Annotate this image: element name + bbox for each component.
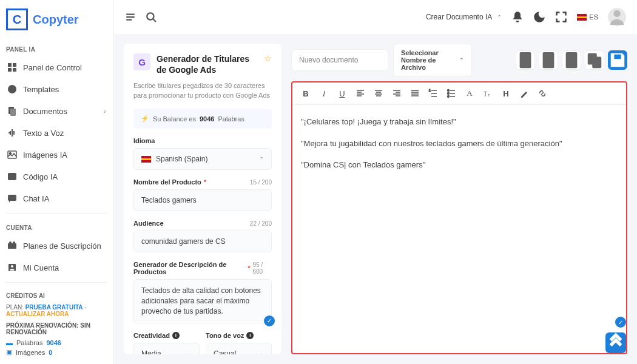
italic-button[interactable]: I [319,89,329,98]
plan-upgrade-link[interactable]: ACTUALIZAR AHORA [6,311,69,317]
svg-point-15 [11,265,13,268]
editor-body[interactable]: "¡Celulares top! ¡Juega y trabaja sin lí… [292,105,626,353]
align-center-button[interactable] [374,89,383,98]
language-selector[interactable]: ES [577,13,598,21]
export-txt-button[interactable] [539,50,558,70]
align-justify-button[interactable] [410,89,420,98]
svg-point-4 [8,85,16,93]
favorite-star-icon[interactable]: ☆ [264,53,272,63]
ordered-list-button[interactable]: 1 [428,89,438,98]
logo-text: Copyter [33,13,79,27]
svg-rect-18 [520,52,531,68]
bolt-icon: ⚡ [141,115,149,123]
sidebar-item-texto-voz[interactable]: Texto a Voz [0,122,113,144]
sidebar-item-label: Código IA [23,172,58,181]
output-line: "¡Celulares top! ¡Juega y trabaja sin lí… [301,116,618,128]
svg-text:1: 1 [429,89,431,92]
svg-rect-11 [8,243,16,249]
plan-line: PLAN: PRUEBA GRATUITA - ACTUALIZAR AHORA [6,304,107,317]
audience-input[interactable]: comunidad gamers de CS [133,231,272,252]
sidebar-item-label: Templates [23,85,59,94]
heading-button[interactable]: H [501,89,511,98]
font-size-button[interactable]: TT [483,89,493,98]
sidebar-item-imagenes[interactable]: Imágenes IA [0,144,113,166]
dark-mode-icon[interactable] [533,11,545,23]
link-button[interactable] [538,89,547,98]
tone-select[interactable]: Casual ⌄ [206,343,272,354]
chevron-down-icon: ⌄ [187,350,192,354]
svg-rect-6 [10,109,16,116]
create-doc-dropdown[interactable]: Crear Documento IA ⌃ [426,13,502,21]
char-count: 22 / 200 [250,220,272,227]
output-line: "Mejora tu jugabilidad con nuestros tecl… [301,138,618,150]
chevron-up-icon: ⌃ [459,57,464,63]
info-icon[interactable]: i [172,332,180,339]
flag-es-icon [141,156,151,163]
save-button[interactable] [608,50,627,70]
sidebar-item-codigo[interactable]: Código IA [0,166,113,187]
logo[interactable]: C Copyter [0,0,113,39]
svg-rect-20 [566,52,578,68]
credits-title: CRÉDITOS AI [6,292,107,299]
avatar[interactable] [608,8,626,26]
generator-panel: G Generador de Titulares de Google Ads ☆… [124,44,281,354]
svg-rect-1 [13,63,16,67]
font-family-button[interactable]: A [465,89,474,98]
product-label: Nombre del Producto* 15 / 200 [133,178,272,186]
descgen-textarea[interactable]: Teclados de alta calidad con botones adi… [133,279,272,323]
underline-button[interactable]: U [337,89,347,98]
chat-icon [7,194,17,203]
doc-name-input[interactable]: Nuevo documento [291,49,388,71]
char-count: 15 / 200 [250,179,272,186]
google-icon: G [133,53,150,70]
svg-point-12 [9,241,12,244]
editor-panel: Nuevo documento Seleecionar Nombre de Ar… [291,44,627,354]
sidebar-item-documentos[interactable]: Documentos › [0,100,113,122]
svg-text:T: T [488,93,490,97]
editor-highlight: B I U 1 A TT H [291,81,627,354]
sidebar-item-label: Panel de Control [23,63,82,72]
credits-block: CRÉDITOS AI PLAN: PRUEBA GRATUITA - ACTU… [0,286,113,358]
renew-line: PRÓXIMA RENOVACIÓN: SIN RENOVACIÓN [6,322,107,335]
output-line: "Domina CS| con Teclados gamers" [301,159,618,171]
check-badge-icon: ✓ [264,315,275,326]
search-button[interactable] [146,12,157,22]
align-left-button[interactable] [356,89,365,98]
status-check-icon: ✓ [615,317,626,328]
chevron-right-icon: › [104,107,106,115]
align-right-button[interactable] [392,89,402,98]
bullet-list-button[interactable] [447,89,456,98]
menu-toggle[interactable] [125,12,136,22]
image-icon [7,150,17,160]
code-icon [7,172,17,181]
color-button[interactable] [519,89,529,98]
lang-select[interactable]: Spanish (Spain) ⌃ [133,148,272,170]
export-pdf-button[interactable] [562,50,581,70]
product-input[interactable]: Teclados gamers [133,189,272,211]
svg-point-13 [13,241,15,244]
sidebar-item-planes[interactable]: Planes de Suscripción [0,235,113,257]
chevron-up-icon: ⌃ [259,156,264,163]
creativity-select[interactable]: Media ⌄ [133,343,200,354]
svg-point-16 [147,13,153,19]
words-icon: ▬ [6,339,13,346]
info-icon[interactable]: i [246,332,254,339]
dashboard-icon [7,62,17,72]
sidebar-item-chat[interactable]: Chat IA [0,187,113,209]
svg-point-8 [10,153,12,155]
sidebar-item-templates[interactable]: Templates [0,78,113,100]
credit-words: ▬ Palabras 9046 [6,339,107,346]
svg-rect-22 [592,56,601,68]
sidebar-item-label: Imágenes IA [23,150,67,160]
sidebar-item-label: Planes de Suscripción [23,241,101,251]
fullscreen-icon[interactable] [555,11,567,23]
copy-button[interactable] [585,50,604,70]
sidebar-item-micuenta[interactable]: Mi Cuenta [0,257,113,278]
export-word-button[interactable] [516,50,535,70]
images-icon: ▣ [6,348,12,356]
file-name-select[interactable]: Seleecionar Nombre de Archivo ⌃ [393,44,472,76]
sidebar-item-panel[interactable]: Panel de Control [0,56,113,78]
bold-button[interactable]: B [301,89,311,98]
notifications-icon[interactable] [511,11,524,23]
scroll-top-button[interactable] [605,332,626,353]
